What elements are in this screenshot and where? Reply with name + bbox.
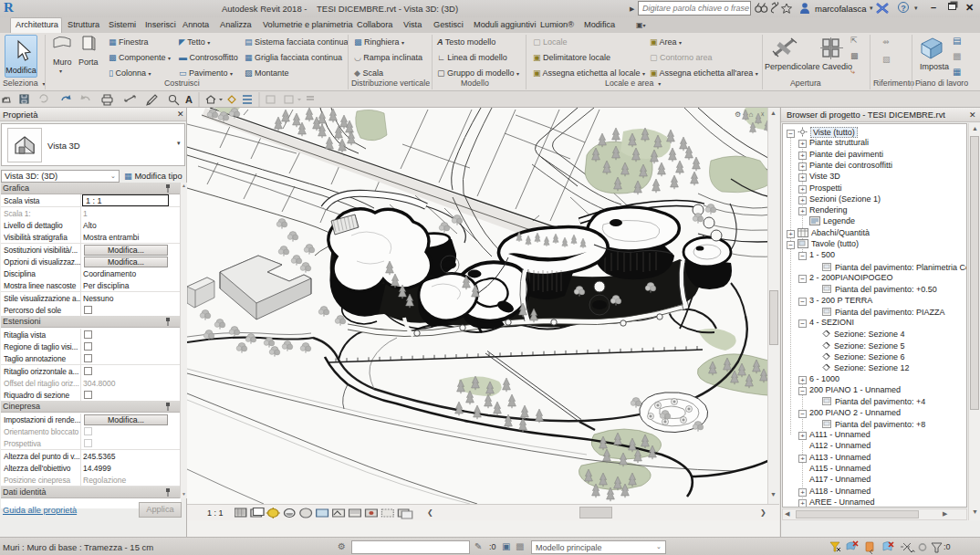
svg-text:A: A bbox=[185, 94, 193, 105]
